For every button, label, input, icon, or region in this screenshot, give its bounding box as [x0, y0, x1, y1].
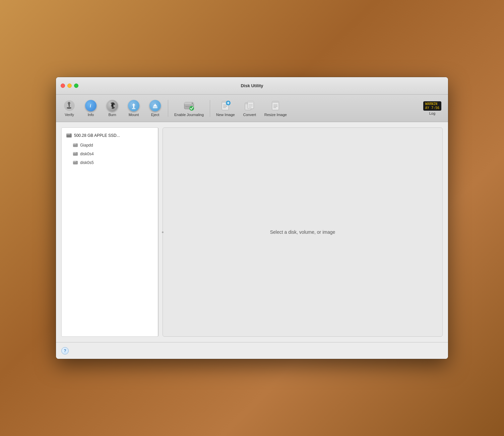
new-image-icon [219, 100, 232, 112]
disk-label: 500.28 GB APPLE SSD... [74, 133, 120, 138]
eject-label: Eject [151, 113, 159, 117]
help-icon: ? [64, 348, 66, 353]
sidebar-volume-disk0s4[interactable]: disk0s4 [61, 150, 158, 158]
toolbar: Verify i Info [56, 95, 448, 122]
sidebar-disk-item[interactable]: 500.28 GB APPLE SSD... [61, 130, 158, 141]
svg-point-45 [76, 144, 77, 145]
log-icon: WARNIN AY 7:56 [423, 101, 441, 111]
svg-rect-2 [68, 103, 70, 104]
minimize-button[interactable] [67, 84, 72, 88]
verify-toolbar-button[interactable]: Verify [59, 98, 79, 119]
volume-label-disk0s4: disk0s4 [80, 152, 94, 156]
new-image-toolbar-button[interactable]: New Image [213, 98, 238, 119]
toolbar-separator-1 [168, 100, 168, 117]
svg-point-41 [70, 134, 71, 135]
toolbar-separator-2 [210, 100, 210, 117]
volume-icon-disk0s5 [73, 160, 78, 165]
eject-icon [149, 100, 161, 112]
log-line1: WARNIN [425, 102, 439, 106]
disk-utility-window: Disk Utility Verify [56, 77, 448, 359]
main-content: 500.28 GB APPLE SSD... Giapdd [56, 122, 448, 342]
volume-icon-giapdd [73, 143, 78, 148]
enable-journaling-label: Enable Journaling [174, 113, 204, 117]
sidebar-volume-giapdd[interactable]: Giapdd [61, 141, 158, 150]
svg-marker-12 [153, 104, 158, 107]
svg-rect-3 [69, 105, 70, 107]
titlebar: Disk Utility [56, 77, 448, 95]
svg-point-51 [76, 161, 77, 162]
resize-image-toolbar-button[interactable]: Resize Image [261, 98, 290, 119]
mount-toolbar-button[interactable]: Mount [124, 98, 144, 119]
svg-point-16 [192, 103, 193, 104]
svg-point-48 [76, 152, 77, 153]
traffic-lights [56, 84, 78, 88]
info-toolbar-button[interactable]: i Info [81, 98, 101, 119]
eject-toolbar-button[interactable]: Eject [145, 98, 165, 119]
bottom-bar: ? [56, 342, 448, 359]
volume-label-giapdd: Giapdd [80, 143, 93, 148]
drag-dot [162, 231, 164, 233]
window-title: Disk Utility [241, 83, 263, 88]
maximize-button[interactable] [74, 84, 78, 88]
info-label: Info [88, 113, 94, 117]
convert-toolbar-button[interactable]: Convert [240, 98, 260, 119]
volume-label-disk0s5: disk0s5 [80, 160, 94, 165]
mount-icon [128, 100, 140, 112]
svg-rect-5 [67, 107, 71, 108]
burn-icon [106, 100, 118, 112]
help-button[interactable]: ? [61, 347, 69, 355]
detail-area: Select a disk, volume, or image [163, 127, 443, 337]
disk-drive-icon [66, 132, 72, 139]
burn-toolbar-button[interactable]: Burn [102, 98, 122, 119]
convert-icon [244, 100, 256, 112]
svg-text:i: i [90, 103, 91, 108]
sidebar-volume-disk0s5[interactable]: disk0s5 [61, 158, 158, 167]
enable-journaling-toolbar-button[interactable]: Enable Journaling [171, 98, 207, 119]
log-toolbar-button[interactable]: WARNIN AY 7:56 Log [420, 99, 445, 117]
mount-label: Mount [129, 113, 139, 117]
volume-icon-disk0s4 [73, 151, 78, 157]
svg-rect-35 [272, 101, 279, 103]
close-button[interactable] [61, 84, 65, 88]
svg-rect-13 [153, 107, 158, 108]
sidebar: 500.28 GB APPLE SSD... Giapdd [61, 127, 159, 337]
verify-icon [63, 100, 75, 112]
drag-handle[interactable] [161, 229, 164, 235]
svg-rect-30 [248, 101, 254, 103]
burn-label: Burn [108, 113, 116, 117]
info-icon: i [85, 100, 97, 112]
svg-marker-10 [132, 103, 135, 108]
svg-rect-42 [67, 136, 71, 137]
enable-journaling-icon [183, 100, 195, 112]
log-line2: AY 7:56 [425, 106, 439, 110]
resize-image-label: Resize Image [264, 113, 287, 117]
verify-label: Verify [65, 113, 74, 117]
log-label: Log [429, 111, 435, 115]
resize-image-icon [269, 100, 281, 112]
detail-placeholder-text: Select a disk, volume, or image [270, 229, 335, 235]
new-image-label: New Image [216, 113, 235, 117]
convert-label: Convert [243, 113, 256, 117]
